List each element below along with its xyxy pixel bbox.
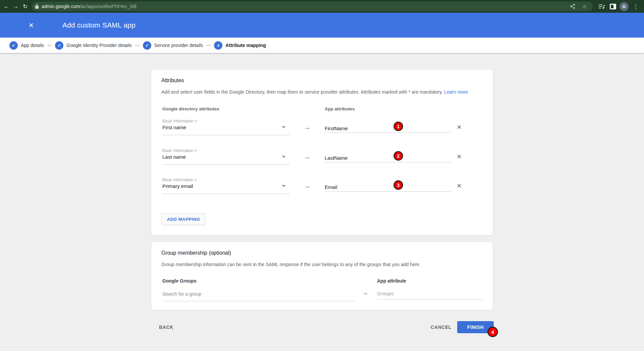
dropdown-caret-icon bbox=[282, 185, 286, 187]
groups-attribute-field bbox=[377, 288, 483, 300]
annotation-badge-1: 1 bbox=[394, 122, 403, 131]
attributes-description-text: Add and select user fields in the Google… bbox=[161, 89, 444, 95]
mapping-row: Basic Information > Primary email → 3 ✕ bbox=[151, 178, 493, 198]
app-attribute-input[interactable] bbox=[325, 154, 451, 162]
directory-attribute-select[interactable]: Basic Information > Last name bbox=[162, 148, 290, 165]
google-groups-label: Google Groups bbox=[162, 278, 197, 284]
learn-more-link[interactable]: Learn more bbox=[444, 89, 468, 95]
step-attribute-mapping[interactable]: 4 Attribute mapping bbox=[214, 41, 266, 50]
reading-list-icon[interactable] bbox=[597, 2, 606, 11]
browser-menu-icon[interactable]: ⋮ bbox=[631, 2, 640, 11]
directory-attribute-value: Primary email bbox=[162, 183, 290, 190]
dialog-header: ✕ Add custom SAML app bbox=[0, 13, 644, 38]
group-membership-card: Group membership (optional) Group member… bbox=[151, 242, 493, 310]
share-icon[interactable] bbox=[569, 2, 577, 10]
cancel-button[interactable]: CANCEL bbox=[431, 321, 451, 333]
step-google-idp-details[interactable]: ✓ Google Identity Provider details bbox=[55, 41, 132, 50]
page: ← → ↻ admin.google.com/ac/apps/unified?h… bbox=[0, 0, 644, 351]
lock-icon[interactable] bbox=[35, 4, 39, 9]
mapping-arrow-icon: → bbox=[304, 153, 310, 161]
app-attribute-field bbox=[325, 154, 451, 162]
group-search-field bbox=[162, 288, 355, 301]
group-card-title: Group membership (optional) bbox=[161, 250, 231, 256]
close-icon[interactable]: ✕ bbox=[28, 21, 35, 29]
directory-attribute-select[interactable]: Basic Information > First name bbox=[162, 119, 290, 135]
annotation-badge-2: 2 bbox=[394, 151, 403, 160]
back-button[interactable]: BACK bbox=[159, 321, 173, 333]
directory-attribute-select[interactable]: Basic Information > Primary email bbox=[162, 178, 290, 194]
forward-icon[interactable]: → bbox=[11, 2, 20, 11]
attribute-category: Basic Information > bbox=[162, 178, 290, 182]
remove-mapping-icon[interactable]: ✕ bbox=[455, 153, 463, 161]
step-check-icon: ✓ bbox=[9, 41, 18, 50]
annotation-badge-3: 3 bbox=[394, 181, 403, 190]
app-attribute-field bbox=[325, 124, 451, 133]
remove-mapping-icon[interactable]: ✕ bbox=[455, 123, 463, 131]
reload-icon[interactable]: ↻ bbox=[21, 2, 30, 11]
attributes-card-title: Attributes bbox=[161, 78, 184, 84]
app-attribute-input[interactable] bbox=[325, 183, 451, 191]
dropdown-caret-icon bbox=[282, 126, 286, 129]
back-icon[interactable]: ← bbox=[2, 2, 11, 11]
step-label: Attribute mapping bbox=[225, 43, 266, 48]
mapping-arrow-icon: → bbox=[304, 183, 310, 190]
step-label: Google Identity Provider details bbox=[66, 43, 132, 48]
footer-actions: BACK CANCEL FINISH 4 bbox=[151, 321, 493, 333]
browser-toolbar: ← → ↻ admin.google.com/ac/apps/unified?h… bbox=[0, 0, 644, 13]
step-number-icon: 4 bbox=[214, 41, 222, 50]
directory-attribute-value: First name bbox=[162, 124, 290, 131]
step-divider bbox=[47, 45, 52, 46]
dropdown-caret-icon bbox=[282, 156, 286, 158]
app-attribute-label: App attribute bbox=[377, 278, 406, 284]
group-card-description: Group membership information can be sent… bbox=[161, 261, 421, 267]
directory-attribute-value: Last name bbox=[162, 154, 290, 160]
step-check-icon: ✓ bbox=[55, 41, 63, 50]
group-search-input[interactable] bbox=[162, 290, 355, 298]
attribute-category: Basic Information > bbox=[162, 148, 290, 153]
url-path: /ac/apps/unified?hl=en_GB bbox=[80, 4, 137, 9]
attributes-card: Attributes Add and select user fields in… bbox=[151, 69, 493, 236]
address-bar[interactable]: admin.google.com/ac/apps/unified?hl=en_G… bbox=[32, 2, 593, 11]
step-check-icon: ✓ bbox=[143, 41, 151, 50]
bookmark-star-icon[interactable]: ☆ bbox=[581, 2, 589, 10]
groups-attribute-input[interactable] bbox=[377, 289, 483, 297]
url-domain: admin.google.com bbox=[42, 4, 80, 9]
mapping-row: Basic Information > Last name → 2 ✕ bbox=[151, 148, 493, 168]
step-label: Service provider details bbox=[154, 43, 203, 48]
wizard-stepper: ✓ App details ✓ Google Identity Provider… bbox=[0, 38, 644, 53]
attributes-card-description: Add and select user fields in the Google… bbox=[161, 89, 468, 95]
directory-attributes-column-header: Google directory attributes bbox=[162, 106, 219, 111]
step-label: App details bbox=[21, 43, 44, 48]
step-divider bbox=[206, 45, 211, 46]
app-attribute-field bbox=[325, 183, 451, 192]
step-app-details[interactable]: ✓ App details bbox=[9, 41, 44, 50]
step-service-provider-details[interactable]: ✓ Service provider details bbox=[143, 41, 203, 50]
app-attribute-input[interactable] bbox=[325, 124, 451, 132]
annotation-badge-4: 4 bbox=[488, 327, 498, 337]
remove-mapping-icon[interactable]: ✕ bbox=[455, 182, 463, 190]
add-mapping-button[interactable]: ADD MAPPING bbox=[161, 213, 206, 225]
profile-avatar[interactable]: G bbox=[620, 2, 629, 11]
dialog-title: Add custom SAML app bbox=[62, 21, 136, 29]
attribute-category: Basic Information > bbox=[162, 119, 290, 123]
step-divider bbox=[135, 45, 140, 46]
mapping-arrow-icon: → bbox=[304, 124, 310, 131]
mapping-row: Basic Information > First name → 1 ✕ bbox=[151, 119, 493, 139]
mapping-arrow-icon: → bbox=[362, 289, 368, 297]
side-panel-icon[interactable] bbox=[608, 2, 617, 11]
browser-actions: G ⋮ bbox=[597, 2, 642, 11]
app-attributes-column-header: App attributes bbox=[325, 106, 355, 111]
